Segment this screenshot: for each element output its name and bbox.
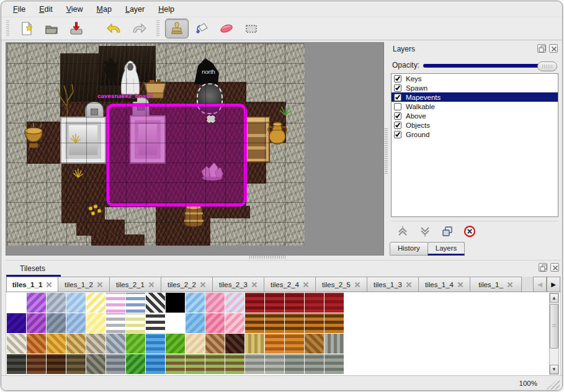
palette-tile[interactable]: [305, 334, 324, 354]
palette-tile[interactable]: [265, 334, 284, 354]
scroll-up-button[interactable]: ▲: [550, 293, 558, 303]
save-map-button[interactable]: [65, 19, 88, 38]
scroll-down-button[interactable]: ▼: [550, 365, 558, 374]
tileset-tab-tiles_2_2[interactable]: tiles_2_2: [161, 277, 213, 292]
palette-tile[interactable]: [66, 334, 86, 354]
lower-layer-button[interactable]: [418, 225, 432, 238]
menu-item-help[interactable]: Help: [151, 2, 181, 16]
palette-tile[interactable]: [166, 334, 185, 354]
tileset-tab-tiles_2_1[interactable]: tiles_2_1: [109, 277, 161, 292]
layer-visible-checkbox[interactable]: [394, 122, 401, 129]
opacity-slider-track[interactable]: [423, 64, 556, 68]
layer-row-objects[interactable]: Objects: [392, 120, 558, 130]
layer-visible-checkbox[interactable]: [394, 131, 401, 138]
tileset-tab-tiles_1_4[interactable]: tiles_1_4: [418, 277, 470, 292]
menu-item-edit[interactable]: Edit: [32, 2, 60, 16]
layer-row-ground[interactable]: Ground: [392, 130, 558, 139]
palette-tile[interactable]: [166, 293, 185, 313]
palette-tile[interactable]: [245, 354, 264, 374]
resize-grip[interactable]: [546, 378, 560, 390]
door-selection-handle[interactable]: [207, 115, 215, 123]
menu-item-view[interactable]: View: [60, 2, 90, 16]
menu-item-file[interactable]: File: [6, 2, 32, 16]
tabs-scroll-right-button[interactable]: ▶: [547, 277, 560, 292]
layer-row-walkable[interactable]: Walkable: [392, 102, 558, 111]
stamp-tool-button[interactable]: [165, 19, 189, 38]
tab-close-icon[interactable]: [200, 282, 206, 288]
palette-tile[interactable]: [186, 334, 205, 354]
layer-visible-checkbox[interactable]: [394, 75, 401, 82]
raise-layer-button[interactable]: [396, 225, 410, 238]
palette-tile[interactable]: [265, 354, 284, 374]
palette-tile[interactable]: [146, 354, 165, 374]
palette-tile[interactable]: [86, 334, 105, 354]
tab-close-icon[interactable]: [507, 282, 513, 288]
palette-tile[interactable]: [66, 354, 86, 374]
palette-tile[interactable]: [106, 354, 125, 374]
palette-tile[interactable]: [305, 313, 324, 333]
tab-close-icon[interactable]: [354, 282, 360, 288]
palette-tile[interactable]: [205, 334, 225, 354]
palette-tile[interactable]: [285, 293, 304, 313]
palette-tile[interactable]: [325, 354, 344, 374]
layer-row-mapevents[interactable]: Mapevents: [392, 92, 558, 102]
redo-button[interactable]: [127, 19, 151, 38]
palette-tile[interactable]: [106, 293, 125, 313]
tab-close-icon[interactable]: [46, 282, 52, 288]
undo-button[interactable]: [102, 19, 126, 38]
new-map-button[interactable]: [15, 19, 38, 38]
scrollbar-thumb[interactable]: [550, 304, 558, 349]
palette-tile[interactable]: [225, 293, 244, 313]
tileset-tab-tiles_1_3[interactable]: tiles_1_3: [367, 277, 419, 292]
tileset-tab-tiles_1_[interactable]: tiles_1_: [470, 277, 522, 292]
tileset-tab-tiles_1_2[interactable]: tiles_1_2: [58, 277, 110, 292]
palette-tile[interactable]: [66, 313, 86, 333]
palette-tile[interactable]: [86, 313, 105, 333]
tab-close-icon[interactable]: [406, 282, 412, 288]
duplicate-layer-button[interactable]: [441, 225, 454, 238]
palette-tile[interactable]: [245, 293, 264, 313]
palette-tile[interactable]: [7, 293, 26, 313]
palette-tile[interactable]: [305, 293, 324, 313]
layer-row-keys[interactable]: Keys: [392, 74, 558, 83]
horizontal-splitter-handle[interactable]: [249, 256, 285, 259]
palette-tile[interactable]: [27, 334, 46, 354]
layer-row-above[interactable]: Above: [392, 111, 558, 120]
palette-tile[interactable]: [7, 313, 26, 333]
palette-tile[interactable]: [225, 313, 244, 333]
layer-visible-checkbox[interactable]: [394, 112, 401, 120]
tab-close-icon[interactable]: [148, 282, 154, 288]
palette-tile[interactable]: [47, 313, 66, 333]
toolbar-grip[interactable]: [156, 20, 159, 37]
open-map-button[interactable]: [40, 19, 63, 38]
palette-tile[interactable]: [47, 354, 66, 374]
dock-tab-layers[interactable]: Layers: [427, 242, 465, 256]
palette-tile[interactable]: [205, 293, 225, 313]
map-canvas[interactable]: north: [7, 43, 305, 246]
palette-tile[interactable]: [86, 293, 105, 313]
palette-tile[interactable]: [106, 334, 125, 354]
palette-tile[interactable]: [146, 293, 165, 313]
palette-tile[interactable]: [325, 313, 344, 333]
layer-visible-checkbox[interactable]: [394, 94, 401, 101]
palette-tile[interactable]: [146, 334, 165, 354]
palette-tile[interactable]: [285, 354, 304, 374]
float-panel-button[interactable]: [539, 263, 547, 272]
vertical-splitter-handle[interactable]: [385, 128, 388, 175]
palette-tile[interactable]: [166, 354, 185, 374]
tileset-tab-tiles_1_1[interactable]: tiles_1_1: [6, 277, 58, 292]
palette-tile[interactable]: [186, 354, 205, 374]
palette-tile[interactable]: [27, 293, 46, 313]
palette-tile[interactable]: [325, 334, 344, 354]
tab-close-icon[interactable]: [97, 282, 103, 288]
palette-tile[interactable]: [245, 334, 264, 354]
tileset-vertical-scrollbar[interactable]: ▲ ▼: [549, 293, 559, 375]
palette-tile[interactable]: [225, 334, 244, 354]
palette-tile[interactable]: [86, 354, 105, 374]
palette-tile[interactable]: [27, 354, 46, 374]
palette-tile[interactable]: [146, 313, 165, 333]
layer-row-spawn[interactable]: Spawn: [392, 83, 558, 92]
palette-tile[interactable]: [265, 293, 284, 313]
palette-tile[interactable]: [245, 313, 264, 333]
palette-tile[interactable]: [285, 334, 304, 354]
